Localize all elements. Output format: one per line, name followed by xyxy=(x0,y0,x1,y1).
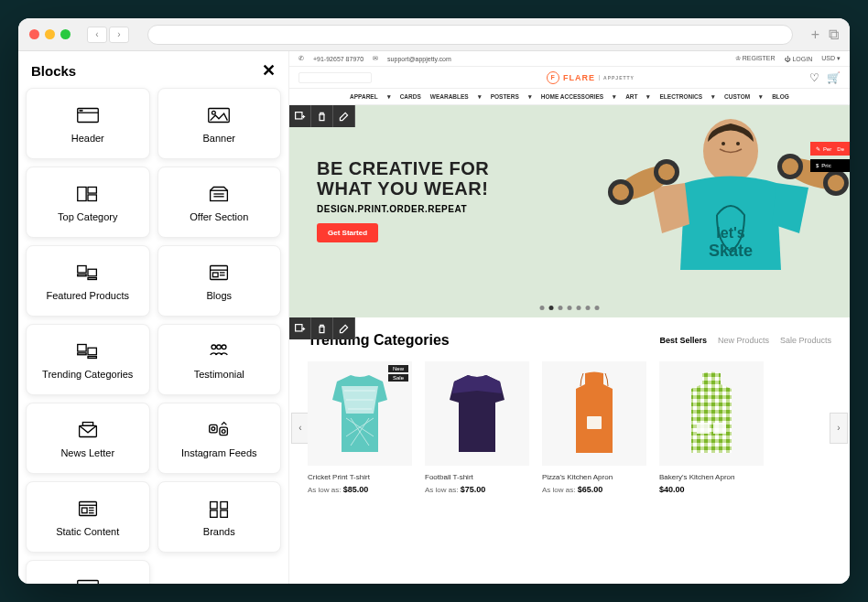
maximize-dot[interactable] xyxy=(60,29,71,39)
svg-rect-64 xyxy=(296,324,302,330)
get-started-button[interactable]: Get Started xyxy=(317,223,378,242)
block-newsletter[interactable]: News Letter xyxy=(26,403,150,474)
login-link[interactable]: ⏻ LOGIN xyxy=(785,56,813,62)
svg-rect-32 xyxy=(220,427,227,435)
search-input[interactable] xyxy=(298,72,372,83)
block-banner[interactable]: Banner xyxy=(157,88,282,159)
cart-icon[interactable]: 🛒 xyxy=(827,71,841,84)
block-footer[interactable]: Footer xyxy=(26,560,150,584)
plus-icon[interactable]: + xyxy=(811,27,819,43)
product-image xyxy=(542,361,646,466)
block-label: Instagram Feeds xyxy=(181,447,257,458)
dot-active[interactable] xyxy=(549,306,554,310)
main-menu: APPAREL▾ CARDS WEARABLES▾ POSTERS▾ HOME … xyxy=(289,89,850,105)
svg-point-54 xyxy=(658,164,675,180)
dot[interactable] xyxy=(540,306,545,310)
window-dots xyxy=(29,29,71,39)
block-brands[interactable]: Brands xyxy=(157,481,282,553)
menu-apparel[interactable]: APPAREL xyxy=(350,93,378,100)
dot[interactable] xyxy=(595,306,600,310)
block-instagram-feeds[interactable]: Instagram Feeds xyxy=(157,403,282,474)
dot[interactable] xyxy=(568,306,572,310)
url-bar[interactable] xyxy=(147,25,793,45)
product-name: Cricket Print T-shirt xyxy=(308,473,412,481)
content: Blocks ✕ Header Banner Top Category Offe… xyxy=(18,51,850,584)
blocks-grid: Header Banner Top Category Offer Section… xyxy=(26,88,281,584)
edit-button[interactable] xyxy=(333,317,355,339)
hero-title-1: BE CREATIVE FOR xyxy=(317,158,489,178)
svg-rect-6 xyxy=(78,188,86,201)
tag-dark[interactable]: $ Pric xyxy=(810,159,850,172)
titlebar: ‹ › + ⧉ xyxy=(18,18,850,51)
svg-rect-4 xyxy=(209,109,230,123)
badge-new: New xyxy=(388,365,408,372)
register-link[interactable]: ♔ REGISTER xyxy=(735,55,776,62)
menu-posters[interactable]: POSTERS xyxy=(491,93,519,100)
block-header[interactable]: Header xyxy=(26,88,150,159)
delete-button[interactable] xyxy=(311,105,333,127)
sidebar-title: Blocks xyxy=(31,63,76,79)
carousel-prev[interactable]: ‹ xyxy=(291,413,309,444)
svg-point-52 xyxy=(613,184,629,200)
menu-wearables[interactable]: WEARABLES xyxy=(430,93,469,100)
add-block-button[interactable] xyxy=(289,105,311,127)
block-trending-categories[interactable]: Trending Categories xyxy=(26,324,150,395)
svg-point-5 xyxy=(212,111,216,114)
menu-art[interactable]: ART xyxy=(625,93,637,100)
wishlist-icon[interactable]: ♡ xyxy=(809,71,819,84)
product-name: Football T-shirt xyxy=(425,473,529,481)
menu-home[interactable]: HOME ACCESSORIES xyxy=(541,93,603,100)
menu-blog[interactable]: BLOG xyxy=(772,93,789,100)
forward-button[interactable]: › xyxy=(109,27,129,43)
block-static-content[interactable]: Static Content xyxy=(26,481,150,553)
product-card[interactable]: Bakery's Kitchen Apron $40.00 xyxy=(659,361,764,494)
phone-text: +91-92657 87970 xyxy=(313,56,363,62)
tab-new-products[interactable]: New Products xyxy=(718,336,769,345)
svg-rect-46 xyxy=(296,112,302,118)
product-card[interactable]: Pizza's Kitchen Apron As low as: $65.00 xyxy=(542,361,646,494)
stack-icon[interactable]: ⧉ xyxy=(829,27,839,43)
block-blogs[interactable]: Blogs xyxy=(157,245,282,317)
topbar-left: ✆ +91-92657 87970 ✉ support@appjetty.com xyxy=(298,55,451,62)
logo-partner: APPJETTY xyxy=(599,75,635,81)
currency-select[interactable]: USD ▾ xyxy=(821,55,841,62)
block-label: Brands xyxy=(203,526,235,537)
close-icon[interactable]: ✕ xyxy=(262,60,276,81)
block-label: Static Content xyxy=(56,526,119,537)
block-featured-products[interactable]: Featured Products xyxy=(26,245,150,317)
menu-cards[interactable]: CARDS xyxy=(400,93,421,100)
block-offer-section[interactable]: Offer Section xyxy=(157,167,282,238)
back-button[interactable]: ‹ xyxy=(87,27,107,43)
dot[interactable] xyxy=(559,306,563,310)
svg-rect-21 xyxy=(78,345,86,352)
section-header: Trending Categories Best Sellers New Pro… xyxy=(308,332,831,349)
svg-rect-7 xyxy=(88,188,96,194)
add-block-button[interactable] xyxy=(289,317,311,339)
block-top-category[interactable]: Top Category xyxy=(26,167,150,238)
dot[interactable] xyxy=(586,306,591,310)
block-label: Blogs xyxy=(206,290,232,301)
product-card[interactable]: NewSale Cricket Print T-shirt As low as:… xyxy=(308,361,412,494)
svg-rect-44 xyxy=(78,581,99,585)
svg-text:let's: let's xyxy=(716,225,744,241)
edit-toolbar xyxy=(289,317,355,339)
minimize-dot[interactable] xyxy=(45,29,55,39)
tab-sale-products[interactable]: Sale Products xyxy=(780,336,831,345)
edit-button[interactable] xyxy=(333,105,355,127)
block-testimonial[interactable]: Testimonial xyxy=(157,324,282,395)
menu-custom[interactable]: CUSTOM xyxy=(724,93,750,100)
product-card[interactable]: Football T-shirt As low as: $75.00 xyxy=(425,361,529,494)
tab-best-sellers[interactable]: Best Sellers xyxy=(659,336,707,345)
block-label: News Letter xyxy=(60,447,114,458)
menu-electronics[interactable]: ELECTRONICS xyxy=(659,93,702,100)
block-label: Trending Categories xyxy=(42,369,133,380)
carousel-next[interactable]: › xyxy=(830,413,848,444)
close-dot[interactable] xyxy=(29,29,39,39)
tag-red[interactable]: ✎ PerDe xyxy=(810,142,850,156)
site-logo[interactable]: F FLARE APPJETTY xyxy=(547,71,635,84)
product-price: As low as: $85.00 xyxy=(308,485,412,494)
delete-button[interactable] xyxy=(311,317,333,339)
dot[interactable] xyxy=(577,306,581,310)
svg-rect-79 xyxy=(697,423,710,434)
badge-sale: Sale xyxy=(388,374,408,382)
